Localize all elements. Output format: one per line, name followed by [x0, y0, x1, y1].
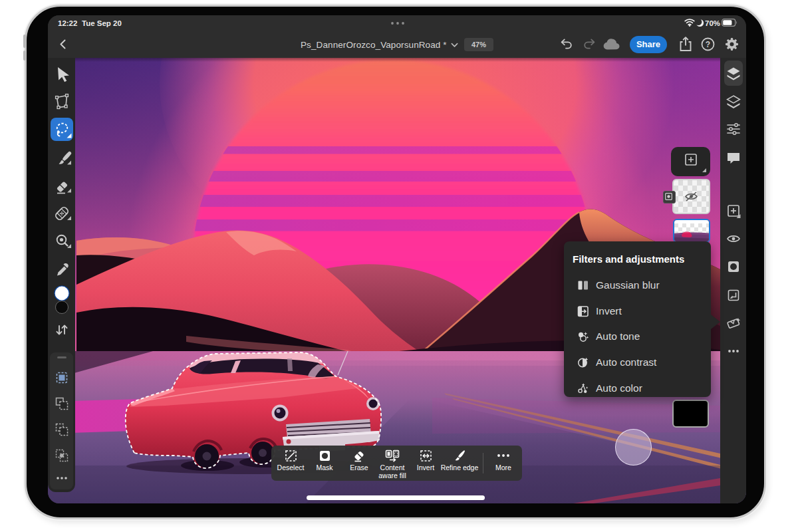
- svg-text:?: ?: [706, 40, 710, 49]
